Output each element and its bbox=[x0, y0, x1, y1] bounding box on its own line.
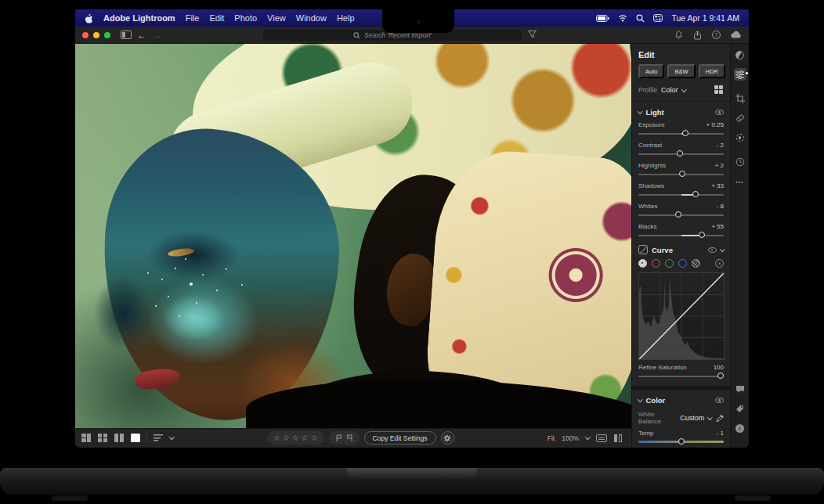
tone-profile-tool[interactable] bbox=[734, 49, 746, 61]
menu-edit[interactable]: Edit bbox=[209, 13, 224, 23]
slider-track[interactable] bbox=[638, 150, 724, 157]
edit-sliders-tool[interactable] bbox=[734, 68, 746, 81]
slider-track[interactable] bbox=[638, 373, 724, 380]
slider-track[interactable] bbox=[638, 438, 724, 445]
star-icon[interactable]: ☆ bbox=[311, 434, 318, 442]
profile-browser-icon[interactable] bbox=[714, 85, 724, 95]
compare-view-icon[interactable] bbox=[114, 434, 125, 442]
more-tools[interactable]: ••• bbox=[734, 175, 746, 188]
healing-tool[interactable] bbox=[734, 112, 746, 124]
white-balance-chevron-icon[interactable] bbox=[707, 415, 712, 419]
channel-blue-icon[interactable] bbox=[678, 259, 687, 268]
history-clock-icon bbox=[735, 157, 745, 167]
tone-curve-editor[interactable] bbox=[638, 272, 725, 360]
masking-tool[interactable] bbox=[734, 131, 746, 144]
slider-track[interactable] bbox=[638, 130, 724, 137]
slider-track[interactable] bbox=[638, 191, 724, 198]
menu-help[interactable]: Help bbox=[337, 13, 355, 23]
back-arrow-icon[interactable]: ← bbox=[137, 31, 146, 40]
crop-tool[interactable] bbox=[734, 92, 746, 105]
light-section-header[interactable]: Light bbox=[638, 108, 724, 117]
share-icon[interactable] bbox=[693, 31, 702, 40]
slider-track[interactable] bbox=[638, 171, 724, 178]
zoom-chevron-icon[interactable] bbox=[585, 434, 590, 439]
slider-knob[interactable] bbox=[677, 150, 683, 157]
sidebar-toggle-icon[interactable] bbox=[121, 31, 132, 39]
slider-knob[interactable] bbox=[717, 373, 724, 379]
star-icon[interactable]: ☆ bbox=[283, 434, 290, 442]
menubar-clock[interactable]: Tue Apr 1 9:41 AM bbox=[671, 13, 739, 23]
close-button[interactable] bbox=[82, 32, 89, 38]
photo-canvas[interactable] bbox=[75, 44, 631, 428]
slider-knob[interactable] bbox=[699, 232, 705, 238]
profile-chevron-icon[interactable] bbox=[681, 87, 686, 92]
star-icon[interactable]: ☆ bbox=[292, 434, 299, 442]
channel-luminosity-icon[interactable] bbox=[638, 259, 647, 268]
light-visibility-eye-icon[interactable] bbox=[715, 110, 724, 115]
cloud-sync-icon[interactable] bbox=[731, 31, 742, 38]
star-rating[interactable]: ☆ ☆ ☆ ☆ ☆ bbox=[267, 431, 324, 445]
before-after-icon[interactable] bbox=[614, 434, 622, 442]
zoom-fit-label[interactable]: Fit bbox=[548, 434, 555, 442]
filter-icon[interactable] bbox=[528, 31, 537, 38]
slider-knob[interactable] bbox=[675, 211, 681, 218]
pick-flag-icon[interactable] bbox=[335, 434, 343, 442]
slider-knob[interactable] bbox=[692, 191, 699, 197]
sort-icon[interactable] bbox=[154, 434, 164, 442]
toolbar-right-icons: ? bbox=[674, 31, 742, 40]
eyedropper-icon[interactable] bbox=[716, 414, 724, 423]
zoom-level[interactable]: 100% bbox=[562, 434, 579, 442]
star-icon[interactable]: ☆ bbox=[273, 434, 280, 442]
color-section-header[interactable]: Color bbox=[638, 396, 724, 405]
photo-grid-view-icon[interactable] bbox=[81, 434, 92, 442]
square-grid-view-icon[interactable] bbox=[98, 434, 108, 442]
white-balance-value[interactable]: Custom bbox=[680, 414, 704, 422]
menu-photo[interactable]: Photo bbox=[234, 13, 257, 23]
minimize-button[interactable] bbox=[93, 32, 99, 38]
info-icon: i bbox=[735, 424, 744, 433]
curve-section-header[interactable]: Curve bbox=[638, 245, 724, 254]
notifications-bell-icon[interactable] bbox=[674, 31, 683, 40]
channel-red-icon[interactable] bbox=[652, 259, 660, 268]
profile-value[interactable]: Color bbox=[661, 86, 678, 94]
control-center-icon[interactable] bbox=[653, 14, 663, 22]
star-icon[interactable]: ☆ bbox=[302, 434, 309, 442]
sort-chevron-icon[interactable] bbox=[169, 434, 174, 439]
zoom-button[interactable] bbox=[104, 32, 110, 38]
battery-icon[interactable] bbox=[596, 15, 609, 22]
keywords-tool[interactable] bbox=[734, 402, 746, 415]
channel-point-curve-icon[interactable] bbox=[692, 259, 700, 268]
comments-tool[interactable] bbox=[734, 383, 746, 395]
hdr-button[interactable]: HDR bbox=[699, 64, 725, 78]
slider-track[interactable] bbox=[638, 232, 724, 239]
slider-track[interactable] bbox=[638, 211, 724, 218]
copy-edit-settings-button[interactable]: Copy Edit Settings bbox=[364, 431, 436, 445]
forward-arrow-icon[interactable]: → bbox=[152, 31, 161, 40]
slider-knob[interactable] bbox=[679, 171, 685, 177]
menu-view[interactable]: View bbox=[267, 13, 286, 23]
channel-green-icon[interactable] bbox=[665, 259, 674, 268]
slider-whites: Whites- 8 bbox=[638, 203, 724, 218]
auto-button[interactable]: Auto bbox=[638, 64, 664, 78]
slider-knob[interactable] bbox=[682, 130, 688, 136]
help-icon[interactable]: ? bbox=[712, 31, 721, 39]
versions-tool[interactable] bbox=[734, 156, 746, 168]
color-visibility-eye-icon[interactable] bbox=[715, 398, 724, 403]
info-tool[interactable]: i bbox=[734, 422, 746, 434]
slider-knob[interactable] bbox=[678, 438, 685, 445]
spotlight-search-icon[interactable] bbox=[636, 14, 645, 23]
menu-file[interactable]: File bbox=[186, 13, 200, 23]
rating-controls: ☆ ☆ ☆ ☆ ☆ Copy Edit Set bbox=[267, 431, 454, 445]
menubar-app-name[interactable]: Adobe Lightroom bbox=[103, 13, 175, 23]
wifi-icon[interactable] bbox=[618, 14, 627, 22]
curve-visibility-eye-icon[interactable] bbox=[708, 247, 717, 253]
apple-menu-icon[interactable] bbox=[85, 13, 93, 23]
curve-chevron-icon[interactable] bbox=[720, 247, 725, 251]
bw-button[interactable]: B&W bbox=[667, 64, 695, 78]
reject-flag-icon[interactable] bbox=[345, 434, 353, 442]
filmstrip-toggle-icon[interactable] bbox=[596, 434, 607, 442]
detail-view-icon[interactable] bbox=[131, 434, 140, 442]
menu-window[interactable]: Window bbox=[296, 13, 327, 23]
curve-reset-icon[interactable]: × bbox=[715, 259, 724, 268]
settings-gear-button[interactable] bbox=[441, 431, 454, 445]
